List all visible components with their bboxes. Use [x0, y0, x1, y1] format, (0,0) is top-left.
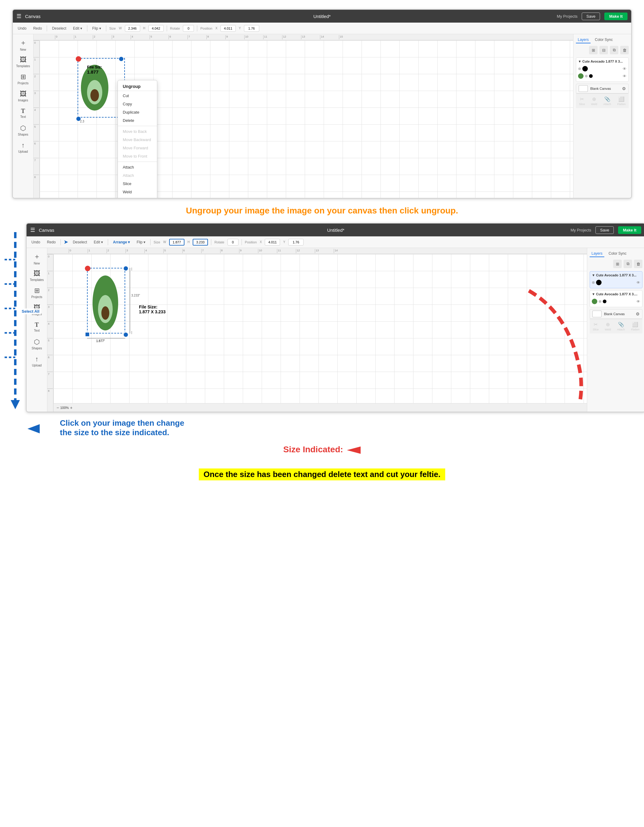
size-w-input-1[interactable]	[125, 25, 140, 32]
rotate-input-1[interactable]	[183, 25, 194, 32]
layer-group-2a: ▼ Cute Avocado 1.877 X 3... ⊗ 👁	[589, 271, 642, 288]
save-btn-2[interactable]: Save	[596, 226, 614, 234]
delete-icon-btn[interactable]: 🗑	[620, 46, 629, 55]
canvas-grid-1[interactable]: File Siz: 1.877 Ungroup Cut Copy Duplica…	[40, 40, 573, 198]
hamburger-icon-2[interactable]: ☰	[30, 226, 35, 233]
attach-btn-1[interactable]: 📎 Attach	[602, 95, 613, 107]
ctx-flatten[interactable]: Flatten	[118, 196, 157, 198]
rotate-input-2[interactable]	[228, 239, 239, 245]
my-projects-btn-2[interactable]: My Projects	[571, 228, 591, 232]
sidebar-text[interactable]: T Text	[15, 105, 32, 121]
layer-eye-1[interactable]: 👁	[623, 67, 627, 71]
layer-x-2a: ⊗	[592, 280, 595, 285]
make-it-btn-2[interactable]: Make It	[618, 226, 641, 234]
ctx-attach[interactable]: Attach	[118, 163, 157, 171]
zoom-in-btn-2[interactable]: +	[70, 405, 72, 410]
arrange-btn-2[interactable]: Arrange ▾	[111, 239, 132, 245]
instruction-2-line2: the size to the size indicated.	[45, 428, 184, 437]
attach-icon-2: 📎	[618, 321, 624, 328]
sidebar-new[interactable]: ＋ New	[15, 37, 32, 53]
canvas-grid-2[interactable]: | | 3.233" 1.877" File Size: 1.877 X 3.2…	[53, 254, 587, 412]
sidebar-text-2[interactable]: T Text	[28, 319, 45, 335]
top-bar-2: ☰ Canvas Untitled* My Projects Save Make…	[27, 223, 644, 236]
attach-btn-2[interactable]: 📎 Attach	[615, 320, 627, 332]
slice-btn-2[interactable]: ✂ Slice	[591, 320, 600, 332]
delete-icon-btn-2[interactable]: 🗑	[634, 260, 642, 268]
layers-tab-1[interactable]: Layers	[576, 37, 591, 44]
layers-tab-2[interactable]: Layers	[589, 250, 604, 257]
sidebar-templates[interactable]: 🖼 Templates	[15, 54, 32, 70]
pos-y-input-1[interactable]	[244, 25, 259, 32]
canvas-label-2: Canvas	[39, 228, 55, 233]
ctx-copy[interactable]: Copy	[118, 100, 157, 108]
flip-btn-1[interactable]: Flip ▾	[90, 26, 103, 31]
sidebar-upload[interactable]: ↑ Upload	[15, 139, 32, 155]
canvas-area-2[interactable]: 0 1 2 3 4 5 6 7 8 9 10 11 12 13	[47, 248, 587, 412]
instruction-text-1: Ungroup your image the image on your can…	[186, 206, 458, 215]
sidebar-templates-2[interactable]: 🖼 Templates	[28, 267, 45, 283]
flatten-btn-1[interactable]: ⬜ Flatten	[615, 95, 627, 107]
undo-btn-1[interactable]: Undo	[16, 26, 28, 31]
sidebar-projects[interactable]: ⊞ Projects	[15, 71, 32, 87]
text-icon-2: T	[35, 321, 39, 328]
rotate-handle-2[interactable]	[123, 266, 129, 271]
click-instruction-text: Click on your image then change the size…	[45, 418, 184, 437]
weld-btn-2[interactable]: ⊕ Weld	[603, 320, 613, 332]
pos-x-input-2[interactable]	[265, 239, 280, 245]
deselect-btn-2[interactable]: Deselect	[71, 239, 89, 245]
group-icon-btn-2[interactable]: ⊞	[613, 260, 622, 268]
flatten-btn-2[interactable]: ⬜ Flatten	[629, 320, 641, 332]
ctx-duplicate[interactable]: Duplicate	[118, 108, 157, 116]
layer-eye-2b[interactable]: 👁	[636, 299, 640, 304]
ctx-cut[interactable]: Cut	[118, 92, 157, 100]
undo-btn-2[interactable]: Undo	[30, 239, 42, 245]
group-icon-btn[interactable]: ⊞	[589, 46, 597, 55]
duplicate-icon-btn[interactable]: ⧉	[610, 46, 618, 55]
layer-eye-2a[interactable]: 👁	[636, 280, 640, 285]
deselect-btn-1[interactable]: Deselect	[50, 26, 68, 31]
hamburger-icon[interactable]: ☰	[17, 13, 21, 20]
ctx-delete[interactable]: Delete	[118, 116, 157, 125]
canvas-area-1[interactable]: 0 1 2 3 4 5 6 7 8 9 10 11 12 13	[34, 34, 573, 198]
ctx-slice[interactable]: Slice	[118, 179, 157, 188]
sidebar-upload-2[interactable]: ↑ Upload	[28, 353, 45, 369]
redo-btn-2[interactable]: Redo	[45, 239, 58, 245]
redo-btn-1[interactable]: Redo	[31, 26, 44, 31]
size-h-input-1[interactable]	[148, 25, 164, 32]
pos-x-input-1[interactable]	[220, 25, 236, 32]
sidebar-shapes-2[interactable]: ⬡ Shapes	[28, 336, 45, 352]
layer-x-2b: ⊗	[599, 299, 602, 304]
color-sync-tab-2[interactable]: Color Sync	[607, 250, 628, 257]
size-h-input-2[interactable]	[193, 239, 208, 245]
sidebar-images[interactable]: 🖼 Images	[15, 88, 32, 104]
rotate-handle-1[interactable]	[119, 56, 124, 62]
sidebar-shapes[interactable]: ⬡ Shapes	[15, 122, 32, 138]
layer-eye-2[interactable]: 👁	[623, 74, 627, 78]
size-w-input-2[interactable]	[169, 239, 184, 245]
scale-handle-tl[interactable]	[85, 332, 90, 337]
edit-btn-1[interactable]: Edit ▾	[71, 26, 84, 31]
slice-btn-1[interactable]: ✂ Slice	[577, 95, 587, 107]
size-indicated-text: Size Indicated:	[12, 444, 632, 456]
flip-btn-2[interactable]: Flip ▾	[135, 239, 147, 245]
save-btn-1[interactable]: Save	[582, 12, 600, 20]
svg-marker-4	[11, 400, 20, 409]
page-title-1: Untitled*	[313, 14, 331, 19]
make-it-btn-1[interactable]: Make It	[604, 12, 627, 20]
zoom-out-btn-2[interactable]: −	[56, 405, 59, 410]
edit-btn-2[interactable]: Edit ▾	[92, 239, 105, 245]
delete-handle-1[interactable]	[76, 56, 81, 62]
sidebar-new-2[interactable]: ＋ New	[28, 250, 45, 266]
context-menu-header[interactable]: Ungroup	[118, 81, 157, 91]
ungroup-icon-btn[interactable]: ⊟	[599, 46, 608, 55]
sidebar-projects-2[interactable]: ⊞ Projects	[28, 285, 45, 301]
ctx-weld[interactable]: Weld	[118, 188, 157, 196]
color-sync-tab-1[interactable]: Color Sync	[593, 37, 615, 44]
delete-handle-2[interactable]	[85, 266, 90, 271]
delete-btn-1[interactable]: 🗑 Delete	[630, 95, 632, 107]
duplicate-icon-btn-2[interactable]: ⧉	[624, 260, 632, 268]
pos-y-input-2[interactable]	[288, 239, 304, 245]
scale-handle-2[interactable]	[123, 332, 129, 337]
my-projects-btn-1[interactable]: My Projects	[557, 14, 577, 19]
weld-btn-1[interactable]: ⊕ Weld	[589, 95, 599, 107]
